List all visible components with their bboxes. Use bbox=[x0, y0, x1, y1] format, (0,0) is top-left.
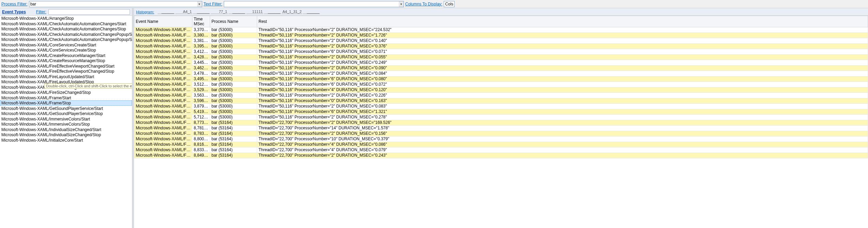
cell-time-msec: 5,712.032 bbox=[192, 115, 210, 120]
event-row[interactable]: Microsoft-Windows-XAML/Frame/Stop8,781.9… bbox=[134, 126, 868, 131]
event-type-row[interactable]: Microsoft-Windows-XAML/IndividualSizeCha… bbox=[0, 127, 132, 132]
event-type-row[interactable]: Microsoft-Windows-XAML/ImmersiveColors/S… bbox=[0, 116, 132, 122]
event-row[interactable]: Microsoft-Windows-XAML/Frame/Stop3,596.8… bbox=[134, 98, 868, 104]
event-row[interactable]: Microsoft-Windows-XAML/Frame/Stop3,370.8… bbox=[134, 27, 868, 33]
event-type-row[interactable]: Microsoft-Windows-XAML/CheckAutomaticAut… bbox=[0, 26, 132, 32]
cell-event-name: Microsoft-Windows-XAML/Frame/Stop bbox=[134, 60, 192, 66]
event-row[interactable]: Microsoft-Windows-XAML/Frame/Stop8,833.1… bbox=[134, 147, 868, 153]
cell-process: bar (53000) bbox=[210, 60, 257, 66]
event-row[interactable]: Microsoft-Windows-XAML/Frame/Stop8,849.9… bbox=[134, 153, 868, 158]
event-types-filter-label[interactable]: Filter: bbox=[36, 10, 46, 14]
cell-event-name: Microsoft-Windows-XAML/Frame/Stop bbox=[134, 66, 192, 71]
events-grid[interactable]: Event Name Time MSec Process Name Rest M… bbox=[134, 16, 868, 228]
event-type-row[interactable]: Microsoft-Windows-XAML/Arrange/Stop bbox=[0, 16, 132, 21]
event-type-row[interactable]: Microsoft-Windows-XAML/GetSoundPlayerSer… bbox=[0, 106, 132, 111]
process-filter-input[interactable] bbox=[29, 1, 202, 7]
event-types-filter-input[interactable] bbox=[48, 9, 130, 15]
text-filter-input[interactable] bbox=[224, 1, 404, 7]
col-header-event-name[interactable]: Event Name bbox=[134, 16, 192, 27]
event-row[interactable]: Microsoft-Windows-XAML/Frame/Stop3,428.6… bbox=[134, 55, 868, 60]
text-filter-dropdown-icon[interactable]: ▾ bbox=[399, 1, 403, 7]
event-type-row[interactable]: Microsoft-Windows-XAML/FireSizeChanged/S… bbox=[0, 90, 132, 95]
event-type-row[interactable]: Microsoft-Windows-XAML/CreateResourceMan… bbox=[0, 58, 132, 63]
event-type-row[interactable]: Microsoft-Windows-XAML/CheckAutomaticAut… bbox=[0, 32, 132, 37]
columns-to-display-label[interactable]: Columns To Display: bbox=[405, 2, 442, 6]
event-type-row[interactable]: Microsoft-Windows-XAML/InitializeCore/St… bbox=[0, 138, 132, 143]
event-type-row[interactable]: Microsoft-Windows-XAML/GetSoundPlayerSer… bbox=[0, 111, 132, 116]
cell-event-name: Microsoft-Windows-XAML/Frame/Stop bbox=[134, 147, 192, 153]
col-header-process[interactable]: Process Name bbox=[210, 16, 257, 27]
histogram-bin: 77_1 bbox=[211, 10, 228, 14]
event-type-row[interactable]: Microsoft-Windows-XAML/CheckAutomaticAut… bbox=[0, 21, 132, 27]
histogram-label[interactable]: Histogram: bbox=[136, 10, 154, 14]
event-row[interactable]: Microsoft-Windows-XAML/Frame/Stop5,712.0… bbox=[134, 115, 868, 120]
cell-rest: ThreadID="22,700" ProcessorNumber="14" D… bbox=[257, 126, 868, 131]
cell-event-name: Microsoft-Windows-XAML/Frame/Stop bbox=[134, 33, 192, 38]
event-type-row[interactable]: Microsoft-Windows-XAML/Frame/Start bbox=[0, 95, 132, 101]
cell-time-msec: 8,833.124 bbox=[192, 147, 210, 153]
event-row[interactable]: Microsoft-Windows-XAML/Frame/Stop8,800.1… bbox=[134, 137, 868, 142]
cell-event-name: Microsoft-Windows-XAML/Frame/Stop bbox=[134, 104, 192, 109]
cell-event-name: Microsoft-Windows-XAML/Frame/Stop bbox=[134, 82, 192, 87]
event-row[interactable]: Microsoft-Windows-XAML/Frame/Stop3,412.2… bbox=[134, 49, 868, 55]
event-type-row[interactable]: Microsoft-Windows-XAML/CreateResourceMan… bbox=[0, 53, 132, 58]
events-pane: Histogram: ______A4_1______77_1______111… bbox=[134, 8, 868, 228]
event-row[interactable]: Microsoft-Windows-XAML/Frame/Stop3,529.7… bbox=[134, 87, 868, 93]
event-type-row[interactable]: Microsoft-Windows-XAML/CoreServicesCreat… bbox=[0, 47, 132, 53]
event-type-row[interactable]: Microsoft-Windows-XAML/FireLayoutUpdated… bbox=[0, 79, 132, 85]
process-filter-label[interactable]: Process Filter: bbox=[1, 2, 28, 6]
cell-time-msec: 3,879.567 bbox=[192, 104, 210, 109]
event-types-title[interactable]: Event Types bbox=[2, 10, 26, 14]
event-row[interactable]: Microsoft-Windows-XAML/Frame/Stop3,380.2… bbox=[134, 33, 868, 38]
event-row[interactable]: Microsoft-Windows-XAML/Frame/Stop3,381.7… bbox=[134, 38, 868, 44]
event-type-row[interactable]: Microsoft-Windows-XAML/Frame/Stop bbox=[0, 100, 132, 106]
event-row[interactable]: Microsoft-Windows-XAML/Frame/Stop8,783.3… bbox=[134, 131, 868, 137]
cell-time-msec: 8,800.137 bbox=[192, 137, 210, 142]
text-filter-label[interactable]: Text Filter: bbox=[204, 2, 222, 6]
cell-rest: ThreadID="22,700" ProcessorNumber="10" D… bbox=[257, 137, 868, 142]
cell-rest: ThreadID="22,700" ProcessorNumber="2" DU… bbox=[257, 153, 868, 158]
columns-to-display-input[interactable] bbox=[444, 1, 455, 7]
event-type-row[interactable]: Microsoft-Windows-XAML/FireEffectiveView… bbox=[0, 63, 132, 69]
cell-process: bar (53000) bbox=[210, 71, 257, 76]
event-type-row[interactable]: Microsoft-Windows-XAML/ImmersiveColors/S… bbox=[0, 122, 132, 127]
col-header-time-msec[interactable]: Time MSec bbox=[192, 16, 210, 27]
cell-time-msec: 8,781.900 bbox=[192, 126, 210, 131]
cell-process: bar (53164) bbox=[210, 153, 257, 158]
cell-time-msec: 3,445.661 bbox=[192, 60, 210, 66]
cell-event-name: Microsoft-Windows-XAML/Frame/Stop bbox=[134, 115, 192, 120]
cell-event-name: Microsoft-Windows-XAML/Frame/Stop bbox=[134, 27, 192, 33]
event-row[interactable]: Microsoft-Windows-XAML/Frame/Stop5,419.0… bbox=[134, 109, 868, 115]
event-row[interactable]: Microsoft-Windows-XAML/Frame/Stop3,395.6… bbox=[134, 44, 868, 49]
process-filter-dropdown-icon[interactable]: ▾ bbox=[197, 1, 202, 7]
event-row[interactable]: Microsoft-Windows-XAML/Frame/Stop3,495.9… bbox=[134, 76, 868, 82]
cell-time-msec: 8,773.041 bbox=[192, 120, 210, 126]
event-row[interactable]: Microsoft-Windows-XAML/Frame/Stop3,462.0… bbox=[134, 66, 868, 71]
event-row[interactable]: Microsoft-Windows-XAML/Frame/Stop3,563.5… bbox=[134, 93, 868, 98]
event-type-row[interactable]: Microsoft-Windows-XAML/CoreServicesCreat… bbox=[0, 42, 132, 48]
event-row[interactable]: Microsoft-Windows-XAML/Frame/Stop3,512.4… bbox=[134, 82, 868, 87]
event-row[interactable]: Microsoft-Windows-XAML/Frame/Stop8,773.0… bbox=[134, 120, 868, 126]
event-type-row[interactable]: Microsoft-Windows-XAML/CheckAutomaticAut… bbox=[0, 37, 132, 42]
cell-rest: ThreadID="50,116" ProcessorNumber="6" DU… bbox=[257, 82, 868, 87]
cell-rest: ThreadID="50,116" ProcessorNumber="2" DU… bbox=[257, 60, 868, 66]
cell-rest: ThreadID="50,116" ProcessorNumber="0" DU… bbox=[257, 98, 868, 104]
event-types-list[interactable]: Microsoft-Windows-XAML/Arrange/StopMicro… bbox=[0, 16, 132, 228]
cell-time-msec: 3,512.458 bbox=[192, 82, 210, 87]
event-row[interactable]: Microsoft-Windows-XAML/Frame/Stop3,445.6… bbox=[134, 60, 868, 66]
cell-process: bar (53000) bbox=[210, 33, 257, 38]
event-row[interactable]: Microsoft-Windows-XAML/Frame/Stop3,879.5… bbox=[134, 104, 868, 109]
event-row[interactable]: Microsoft-Windows-XAML/Frame/Stop3,478.8… bbox=[134, 71, 868, 76]
event-row[interactable]: Microsoft-Windows-XAML/Frame/Stop8,816.4… bbox=[134, 142, 868, 147]
event-type-row[interactable]: Microsoft-Windows-XAML/FireEffectiveView… bbox=[0, 69, 132, 74]
cell-process: bar (53000) bbox=[210, 104, 257, 109]
cell-time-msec: 8,849.964 bbox=[192, 153, 210, 158]
cell-rest: ThreadID="50,116" ProcessorNumber="2" DU… bbox=[257, 66, 868, 71]
event-type-row[interactable]: Microsoft-Windows-XAML/IndividualSizeCha… bbox=[0, 132, 132, 138]
cell-time-msec: 3,563.549 bbox=[192, 93, 210, 98]
cell-rest: ThreadID="50,116" ProcessorNumber="2" DU… bbox=[257, 27, 868, 33]
col-header-rest[interactable]: Rest bbox=[257, 16, 868, 27]
cell-event-name: Microsoft-Windows-XAML/Frame/Stop bbox=[134, 38, 192, 44]
event-type-row[interactable]: Microsoft-Windows-XAML/FireLayoutUpdated… bbox=[0, 74, 132, 80]
event-type-row[interactable]: Microsoft-Windows-XAML/FireSizeChanged/S… bbox=[0, 85, 132, 90]
